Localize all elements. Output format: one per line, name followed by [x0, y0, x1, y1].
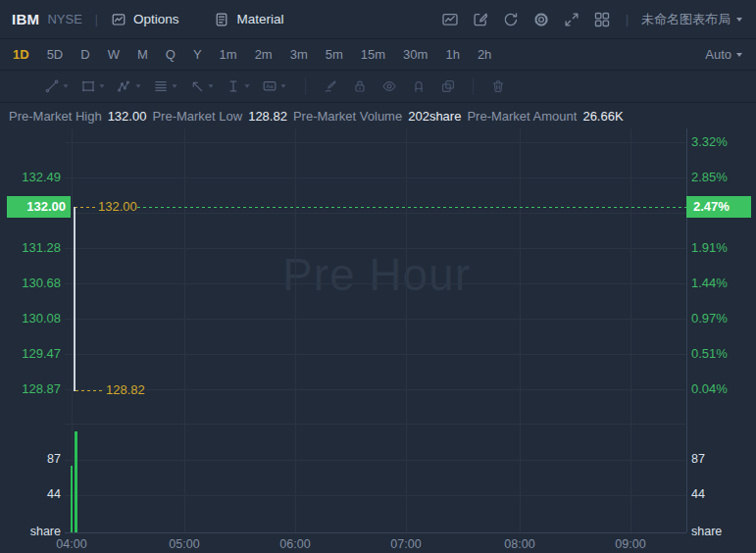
- premarket-info-bar: Pre-Market High132.00Pre-Market Low128.8…: [0, 103, 756, 128]
- visibility-eye-icon[interactable]: [381, 78, 397, 94]
- clone-icon[interactable]: [440, 78, 456, 94]
- chart-layout-selector[interactable]: 未命名图表布局: [641, 11, 742, 28]
- info-label: Pre-Market Volume: [293, 109, 402, 124]
- percent-axis-tick: 3.32%: [691, 134, 728, 149]
- info-value: 128.82: [248, 109, 287, 124]
- volume-axis-tick: 87: [0, 452, 61, 466]
- brush-icon[interactable]: [323, 78, 338, 94]
- timeframe-Y[interactable]: Y: [184, 39, 211, 71]
- callout-tool-icon[interactable]: Aa: [259, 76, 289, 96]
- percent-axis-tick: 1.91%: [691, 240, 728, 255]
- header-divider: |: [626, 13, 629, 26]
- chart-layout-name: 未命名图表布局: [641, 11, 731, 28]
- timeframe-Q[interactable]: Q: [157, 39, 184, 71]
- undo-icon[interactable]: [500, 9, 522, 30]
- shape-tool-icon[interactable]: [77, 76, 108, 96]
- timeframe-3m[interactable]: 3m: [281, 39, 317, 71]
- chevron-down-icon: [63, 84, 68, 87]
- toolbar-separator: [305, 77, 306, 95]
- header: IBM NYSE | OptionsMaterial | 未命名图表布局: [0, 0, 756, 39]
- price-axis-tick: 130.68: [0, 276, 61, 290]
- arrow-tool-icon: [189, 78, 205, 94]
- candle-auto-dropdown[interactable]: Auto: [705, 47, 742, 62]
- layout-grid-icon[interactable]: [591, 9, 613, 30]
- chart-plot-area[interactable]: Pre Hour3.32%132.492.85%131.892.38%131.2…: [0, 128, 756, 553]
- volume-bar: [71, 466, 73, 532]
- info-value: 26.66K: [582, 109, 623, 124]
- time-axis-tick: 08:00: [496, 537, 543, 551]
- timeframe-5m[interactable]: 5m: [317, 39, 352, 71]
- timeframe-30m[interactable]: 30m: [394, 39, 436, 71]
- trendline-tool-icon[interactable]: [41, 76, 72, 96]
- time-axis-tick: 06:00: [272, 537, 319, 551]
- timeframe-2h[interactable]: 2h: [469, 39, 500, 71]
- current-price-dashed-line: [137, 207, 686, 208]
- volume-axis-tick: 44: [0, 487, 61, 501]
- premarket-high-label: 132.00: [98, 199, 137, 215]
- timeframe-15m[interactable]: 15m: [352, 39, 394, 71]
- magnet-icon[interactable]: [411, 78, 427, 94]
- time-axis-border: [65, 532, 686, 533]
- shape-tool-icon: [80, 78, 96, 94]
- gridline-horizontal: [65, 319, 686, 320]
- time-axis-tick: 07:00: [382, 537, 429, 551]
- info-label: Pre-Market Low: [152, 109, 242, 124]
- pattern-tool-icon[interactable]: [114, 76, 144, 96]
- timeframe-1m[interactable]: 1m: [211, 39, 246, 71]
- chevron-down-icon: [135, 84, 140, 87]
- chevron-down-icon: [172, 84, 176, 87]
- percent-axis-tick: 0.97%: [691, 311, 728, 326]
- gridline-horizontal: [65, 177, 686, 178]
- timeframe-D[interactable]: D: [72, 39, 98, 71]
- timeframe-2m[interactable]: 2m: [246, 39, 281, 71]
- chevron-down-icon: [736, 18, 742, 22]
- text-tool-icon: [226, 78, 241, 94]
- header-nav-material[interactable]: Material: [214, 12, 283, 27]
- chevron-down-icon: [208, 84, 213, 87]
- fibonacci-tool-icon[interactable]: [150, 76, 180, 96]
- trash-icon[interactable]: [490, 78, 506, 94]
- gridline-vertical: [295, 128, 296, 532]
- lock-icon[interactable]: [352, 78, 368, 94]
- header-divider: |: [95, 13, 98, 26]
- gridline-horizontal: [65, 142, 686, 143]
- info-value: 132.00: [108, 109, 147, 124]
- gridline-horizontal: [65, 354, 686, 355]
- percent-axis-tick: 2.85%: [691, 170, 728, 184]
- gridline-horizontal: [65, 460, 686, 461]
- timeframe-W[interactable]: W: [99, 39, 128, 71]
- trading-chart-window: IBM NYSE | OptionsMaterial | 未命名图表布局 1D5…: [0, 0, 756, 553]
- timeframe-1h[interactable]: 1h: [436, 39, 468, 71]
- price-series-line: [74, 207, 76, 391]
- timeframe-items: 1D5DDWMQY1m2m3m5m15m30m1h2h: [4, 39, 500, 71]
- trendline-tool-icon: [44, 78, 60, 94]
- snapshot-icon[interactable]: [439, 9, 461, 30]
- fullscreen-icon[interactable]: [561, 9, 582, 30]
- timeframe-5D[interactable]: 5D: [38, 39, 73, 71]
- timeframe-M[interactable]: M: [128, 39, 157, 71]
- toolbar-separator: [473, 77, 474, 95]
- price-axis-tick: 129.47: [0, 346, 61, 361]
- gridline-horizontal: [65, 424, 686, 425]
- fibonacci-tool-icon: [153, 78, 169, 94]
- gridline-vertical: [630, 128, 631, 532]
- premarket-low-dash: [76, 390, 105, 391]
- callout-tool-icon: Aa: [262, 78, 277, 94]
- material-icon: [214, 12, 229, 27]
- pattern-tool-icon: [117, 78, 132, 94]
- volume-axis-tick: 44: [691, 487, 705, 501]
- header-nav-options[interactable]: Options: [111, 12, 179, 27]
- symbol-label[interactable]: IBM: [12, 11, 39, 27]
- settings-gear-icon[interactable]: [530, 9, 552, 30]
- chevron-down-icon: [736, 53, 742, 57]
- timeframe-bar: 1D5DDWMQY1m2m3m5m15m30m1h2h Auto: [0, 39, 756, 71]
- volume-axis-tick: 87: [691, 452, 705, 466]
- timeframe-1D[interactable]: 1D: [4, 39, 38, 71]
- price-axis-tick: 131.28: [0, 240, 61, 255]
- exchange-label: NYSE: [47, 12, 81, 26]
- draw-edit-icon[interactable]: [470, 9, 491, 30]
- arrow-tool-icon[interactable]: [186, 76, 217, 96]
- gridline-horizontal: [65, 248, 686, 249]
- percent-axis-tick: 0.04%: [691, 381, 728, 396]
- text-tool-icon[interactable]: [223, 76, 253, 96]
